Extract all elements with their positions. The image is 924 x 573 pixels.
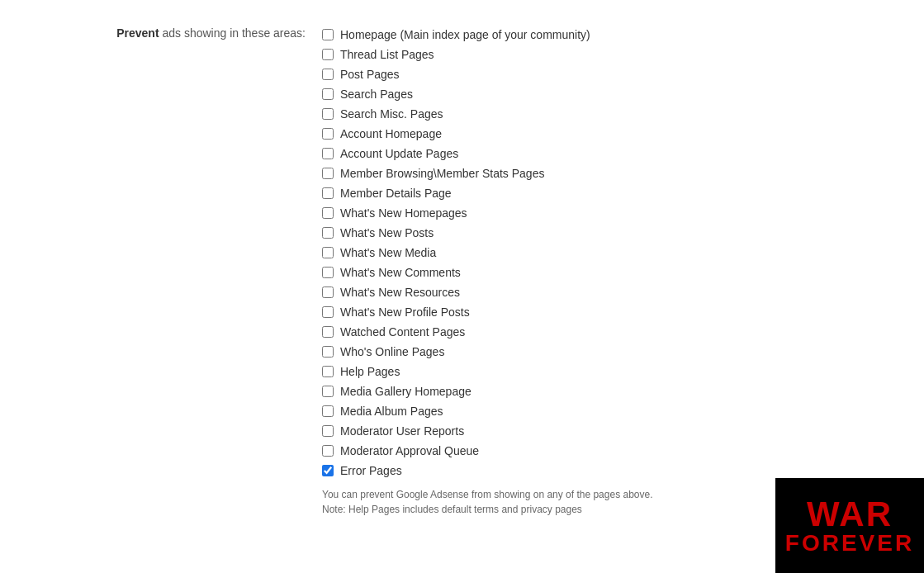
prevent-ads-row: Prevent ads showing in these areas: Home… bbox=[0, 17, 924, 525]
prevent-bold: Prevent bbox=[116, 26, 159, 40]
checkbox-item: Account Homepage bbox=[322, 124, 907, 144]
checkbox-item: Search Pages bbox=[322, 84, 907, 104]
checkbox-cb_moderator_approval[interactable] bbox=[322, 445, 334, 457]
checkbox-item: What's New Homepages bbox=[322, 203, 907, 223]
checkbox-label-cb_media_gallery[interactable]: Media Gallery Homepage bbox=[340, 385, 471, 398]
checkbox-cb_whats_new_posts[interactable] bbox=[322, 227, 334, 239]
main-container: Prevent ads showing in these areas: Home… bbox=[0, 0, 924, 573]
checkbox-cb_whats_new_home[interactable] bbox=[322, 207, 334, 219]
checkbox-item: What's New Posts bbox=[322, 223, 907, 243]
checkbox-cb_whos_online[interactable] bbox=[322, 346, 334, 358]
checkbox-label-cb_help[interactable]: Help Pages bbox=[340, 365, 400, 378]
checkbox-cb_thread_list[interactable] bbox=[322, 49, 334, 60]
checkbox-cb_search[interactable] bbox=[322, 88, 334, 100]
checkbox-item: Media Album Pages bbox=[322, 401, 907, 421]
checkbox-item: What's New Resources bbox=[322, 282, 907, 302]
checkbox-label-cb_thread_list[interactable]: Thread List Pages bbox=[340, 48, 434, 61]
checkbox-cb_account_home[interactable] bbox=[322, 128, 334, 140]
checkbox-label-cb_media_album[interactable]: Media Album Pages bbox=[340, 405, 443, 418]
checkbox-label-cb_account_update[interactable]: Account Update Pages bbox=[340, 147, 458, 160]
checkbox-item: Member Browsing\Member Stats Pages bbox=[322, 163, 907, 183]
label-column: Prevent ads showing in these areas: bbox=[17, 25, 322, 40]
checkbox-cb_member_browsing[interactable] bbox=[322, 168, 334, 179]
checkbox-label-cb_account_home[interactable]: Account Homepage bbox=[340, 127, 442, 140]
label-suffix: ads showing in these areas: bbox=[159, 26, 306, 40]
checkbox-item: Homepage (Main index page of your commun… bbox=[322, 25, 907, 45]
checkbox-cb_help[interactable] bbox=[322, 366, 334, 377]
checkboxes-column: Homepage (Main index page of your commun… bbox=[322, 25, 907, 517]
logo-war-text: WAR bbox=[807, 497, 893, 532]
checkbox-cb_homepage[interactable] bbox=[322, 29, 334, 40]
checkbox-cb_account_update[interactable] bbox=[322, 148, 334, 159]
checkbox-label-cb_search[interactable]: Search Pages bbox=[340, 88, 413, 101]
checkbox-cb_whats_new_profile[interactable] bbox=[322, 306, 334, 318]
checkbox-label-cb_moderator_reports[interactable]: Moderator User Reports bbox=[340, 424, 464, 438]
checkbox-item: What's New Profile Posts bbox=[322, 302, 907, 322]
checkbox-label-cb_whats_new_posts[interactable]: What's New Posts bbox=[340, 226, 434, 239]
checkbox-item: Moderator Approval Queue bbox=[322, 441, 907, 461]
checkbox-cb_media_album[interactable] bbox=[322, 405, 334, 417]
checkbox-item: Watched Content Pages bbox=[322, 322, 907, 342]
checkbox-label-cb_whos_online[interactable]: Who's Online Pages bbox=[340, 345, 444, 358]
checkbox-item: Moderator User Reports bbox=[322, 421, 907, 441]
checkbox-label-cb_moderator_approval[interactable]: Moderator Approval Queue bbox=[340, 444, 479, 457]
checkbox-cb_search_misc[interactable] bbox=[322, 108, 334, 120]
checkbox-cb_whats_new_comments[interactable] bbox=[322, 267, 334, 278]
checkbox-label-cb_whats_new_home[interactable]: What's New Homepages bbox=[340, 206, 467, 220]
checkbox-item: What's New Comments bbox=[322, 263, 907, 282]
checkbox-label-cb_post[interactable]: Post Pages bbox=[340, 68, 400, 81]
checkbox-label-cb_member_details[interactable]: Member Details Page bbox=[340, 187, 452, 200]
war-forever-logo: WAR FOREVER bbox=[775, 478, 924, 573]
checkbox-label-cb_whats_new_profile[interactable]: What's New Profile Posts bbox=[340, 305, 470, 319]
checkbox-item: Help Pages bbox=[322, 362, 907, 381]
checkbox-item: Member Details Page bbox=[322, 183, 907, 203]
checkbox-item: What's New Media bbox=[322, 243, 907, 263]
checkbox-cb_whats_new_media[interactable] bbox=[322, 247, 334, 258]
checkbox-cb_post[interactable] bbox=[322, 69, 334, 80]
checkbox-cb_media_gallery[interactable] bbox=[322, 386, 334, 397]
checkbox-item: Search Misc. Pages bbox=[322, 104, 907, 124]
checkbox-cb_moderator_reports[interactable] bbox=[322, 425, 334, 437]
checkbox-cb_watched_content[interactable] bbox=[322, 326, 334, 338]
checkbox-label-cb_whats_new_resources[interactable]: What's New Resources bbox=[340, 286, 460, 299]
checkbox-label-cb_homepage[interactable]: Homepage (Main index page of your commun… bbox=[340, 28, 590, 41]
checkbox-cb_member_details[interactable] bbox=[322, 187, 334, 199]
checkbox-label-cb_whats_new_comments[interactable]: What's New Comments bbox=[340, 266, 461, 279]
checkbox-label-cb_watched_content[interactable]: Watched Content Pages bbox=[340, 325, 465, 339]
checkbox-item: Media Gallery Homepage bbox=[322, 381, 907, 401]
checkbox-cb_error[interactable] bbox=[322, 465, 334, 476]
checkbox-item: Who's Online Pages bbox=[322, 342, 907, 362]
checkbox-label-cb_error[interactable]: Error Pages bbox=[340, 464, 402, 477]
checkbox-label-cb_search_misc[interactable]: Search Misc. Pages bbox=[340, 107, 443, 121]
checkbox-item: Account Update Pages bbox=[322, 144, 907, 163]
logo-forever-text: FOREVER bbox=[785, 532, 914, 555]
checkbox-item: Post Pages bbox=[322, 64, 907, 84]
checkbox-label-cb_whats_new_media[interactable]: What's New Media bbox=[340, 246, 436, 259]
checkbox-cb_whats_new_resources[interactable] bbox=[322, 286, 334, 298]
checkbox-label-cb_member_browsing[interactable]: Member Browsing\Member Stats Pages bbox=[340, 167, 544, 180]
checkbox-item: Thread List Pages bbox=[322, 45, 907, 64]
